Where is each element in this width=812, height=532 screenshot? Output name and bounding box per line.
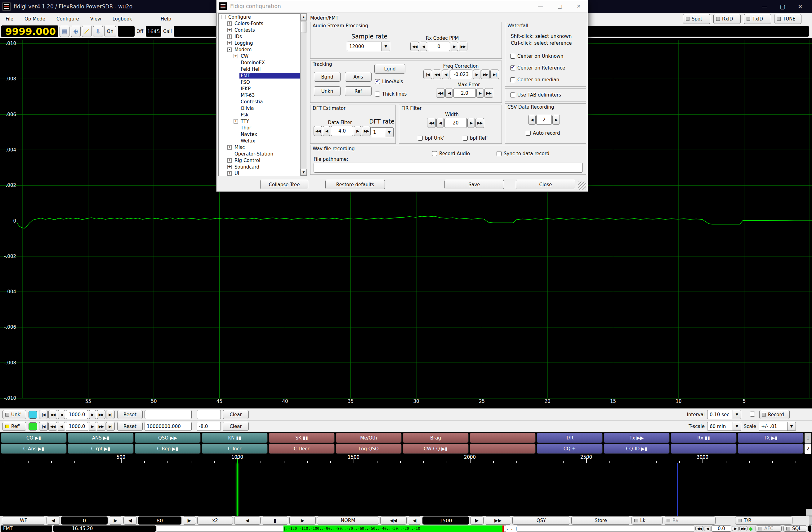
freq-correction-spinner[interactable]: |◀◀◀◀-0.023▶▶▶▶|	[423, 70, 499, 79]
fast-rewind-icon[interactable]: ◀◀	[314, 126, 322, 136]
menu-file[interactable]: File	[0, 13, 19, 25]
ref-clear-button[interactable]: Clear	[223, 422, 249, 431]
expand-icon[interactable]: +	[234, 119, 238, 124]
wf-button-step-back-icon[interactable]: ◀	[408, 517, 421, 524]
macro-button-empty[interactable]	[670, 444, 737, 454]
collapse-tree-button[interactable]: Collapse Tree	[260, 180, 308, 189]
save-button[interactable]: Save	[445, 180, 504, 189]
wf-button-step-back-icon[interactable]: ◀	[124, 517, 137, 524]
menu-logbook[interactable]: Logbook	[107, 13, 137, 25]
seek-first-icon[interactable]: |◀	[39, 422, 48, 431]
ref-freq-spinner[interactable]: |◀◀◀◀1000.0▶▶▶▶|	[39, 422, 115, 431]
center-reference-checkbox[interactable]: Center on Reference	[510, 65, 565, 71]
collapse-icon[interactable]: -	[227, 47, 232, 52]
on-button[interactable]: On	[104, 26, 116, 37]
menu-view[interactable]: View	[85, 13, 107, 25]
macro-button-me-qth[interactable]: Me/Qth	[336, 433, 402, 443]
fast-rewind-icon[interactable]: ◀◀	[48, 422, 57, 431]
combo-value[interactable]: 60 min	[707, 422, 733, 431]
checkbox-box[interactable]	[510, 93, 515, 97]
afc-spinner[interactable]: ◀◀◀0.0▶▶▶	[695, 526, 748, 532]
bpf-ref-checkbox[interactable]: bpf Ref'	[463, 135, 488, 141]
restore-defaults-button[interactable]: Restore defaults	[325, 180, 385, 189]
fast-forward-icon[interactable]: ▶▶	[481, 70, 490, 79]
spinner-value[interactable]: 1000.0	[66, 422, 88, 431]
wf-button-store[interactable]: Store	[571, 517, 630, 524]
wf-button-step-back-icon[interactable]: ◀	[46, 517, 60, 524]
record-light-button[interactable]: Record	[759, 410, 790, 419]
expand-icon[interactable]: +	[227, 145, 232, 150]
wf-button-rv[interactable]: Rv	[664, 517, 715, 524]
menubar-button-spot[interactable]: Spot	[683, 14, 710, 24]
seek-last-icon[interactable]: ▶|	[490, 70, 499, 79]
macro-set-indicator[interactable]: 1	[804, 433, 811, 443]
unk-color-swatch[interactable]	[29, 411, 37, 419]
tree-item-fmt[interactable]: FMT	[219, 72, 300, 79]
tree-item-ids[interactable]: +IDs	[219, 33, 300, 40]
tree-item-contestia[interactable]: Contestia	[219, 98, 300, 105]
step-forward-icon[interactable]: ▶	[354, 126, 361, 136]
macro-button-c-ans[interactable]: C Ans ▶▮	[1, 444, 67, 454]
fast-forward-icon[interactable]: ▶▶	[97, 422, 105, 431]
tree-item-olivia[interactable]: Olivia	[219, 105, 300, 111]
expand-icon[interactable]: +	[227, 171, 232, 176]
wf-button-step-forward-icon[interactable]: ▶	[470, 517, 483, 524]
frequency-display[interactable]: 9999.000	[1, 26, 58, 37]
dialog-close-icon[interactable]: ✕	[577, 3, 581, 9]
tree-item-psk[interactable]: Psk	[219, 111, 300, 118]
fast-forward-icon[interactable]: ▶▶	[362, 126, 371, 136]
afc-light-button[interactable]: AFC	[756, 526, 782, 532]
spinner-value[interactable]: 20	[445, 118, 467, 128]
seek-last-icon[interactable]: ▶|	[106, 422, 115, 431]
unk-reset-button[interactable]: Reset	[117, 410, 143, 419]
scroll-up-icon[interactable]: ▲	[301, 14, 307, 20]
fast-rewind-icon[interactable]: ◀◀	[410, 42, 419, 51]
tree-scrollbar[interactable]: ▲ ▼	[300, 13, 307, 176]
dialog-maximize-icon[interactable]: ▢	[557, 3, 562, 9]
wf-button-lk[interactable]: Lk	[632, 517, 663, 524]
checkbox-box[interactable]	[750, 411, 755, 417]
expand-icon[interactable]: +	[227, 22, 232, 26]
fast-rewind-icon[interactable]: ◀◀	[436, 88, 445, 98]
fast-rewind-icon[interactable]: ◀◀	[427, 118, 436, 128]
wf-button-x2[interactable]: x2	[197, 517, 233, 524]
menubar-button-tune[interactable]: TUNE	[774, 14, 801, 24]
wf-button-fast-rewind-icon[interactable]: ◀◀	[380, 517, 407, 524]
macro-button-empty[interactable]	[469, 444, 536, 454]
menu-configure[interactable]: Configure	[51, 13, 85, 25]
tree-item-thor[interactable]: Thor	[219, 125, 300, 131]
step-forward-icon[interactable]: ▶	[732, 526, 739, 531]
auto-record-checkbox[interactable]: Auto record	[526, 130, 560, 136]
spinner-value[interactable]: 4.0	[331, 126, 353, 136]
fast-forward-icon[interactable]: ▶▶	[484, 88, 493, 98]
macro-button-cq[interactable]: CQ +	[537, 444, 603, 454]
spinner-value[interactable]: -0.023	[450, 70, 473, 79]
fast-forward-icon[interactable]: ▶▶	[476, 118, 484, 128]
unk-freq-spinner[interactable]: |◀◀◀◀1000.0▶▶▶▶|	[39, 410, 115, 419]
step-back-icon[interactable]: ◀	[436, 118, 444, 128]
menubar-button-txid[interactable]: TxID	[744, 14, 771, 24]
mode-indicator[interactable]: FMT	[1, 526, 52, 532]
step-forward-icon[interactable]: ▶	[552, 115, 560, 125]
menubar-button-rxid[interactable]: RxID	[713, 14, 741, 24]
unk-clear-button[interactable]: Clear	[223, 410, 249, 419]
spinner-value[interactable]: 2	[536, 115, 552, 125]
wf-button-fast-forward-icon[interactable]: ▶▶	[485, 517, 511, 524]
step-forward-icon[interactable]: ▶	[473, 70, 480, 79]
macro-button-c-decr[interactable]: C Decr	[269, 444, 335, 454]
chevron-down-icon[interactable]: ▼	[382, 42, 390, 51]
tree-item-colors-fonts[interactable]: +Colors-Fonts	[219, 20, 300, 27]
checkbox-box[interactable]	[463, 136, 468, 141]
axis-button[interactable]: Axis	[345, 72, 372, 82]
chevron-down-icon[interactable]: ▼	[385, 127, 394, 137]
ref-color-swatch[interactable]	[29, 422, 37, 431]
macro-button-t-r[interactable]: T/R	[537, 433, 603, 443]
unk-offset-field[interactable]	[197, 410, 221, 419]
spinner-value[interactable]: 1000.0	[66, 410, 88, 419]
chevron-down-icon[interactable]: ▼	[787, 422, 796, 431]
macro-button-ans[interactable]: ANS ▶▮	[68, 433, 134, 443]
wf-button-qsy[interactable]: QSY	[512, 517, 570, 524]
checkbox-box[interactable]	[375, 79, 380, 84]
wf-button-step-forward-icon[interactable]: ▶	[289, 517, 316, 524]
fast-forward-icon[interactable]: ▶▶	[97, 410, 105, 419]
